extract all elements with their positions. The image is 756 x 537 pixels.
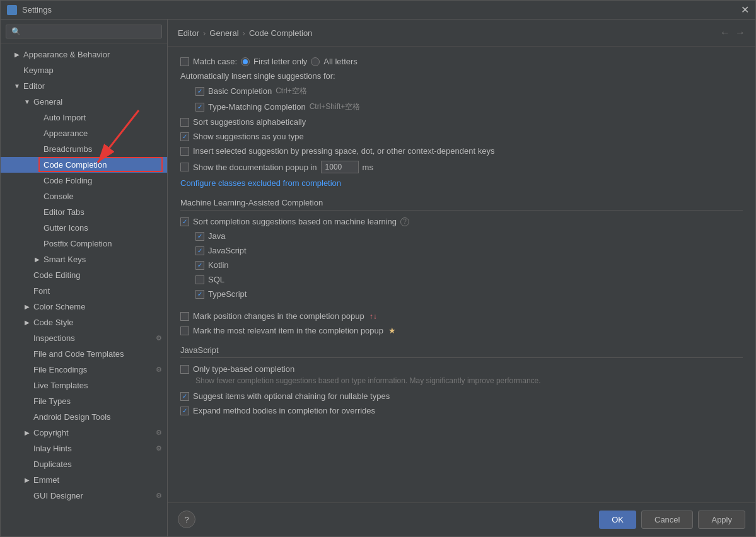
sidebar-item-postfix-completion[interactable]: Postfix Completion [1,236,167,251]
footer: ? OK Cancel Apply [168,502,755,536]
sidebar-label: Color Scheme [33,302,85,311]
expand-icon: ▼ [23,98,31,106]
help-button[interactable]: ? [178,511,195,528]
sidebar-label: Editor Tabs [44,207,84,217]
mark-relevant-row: Mark the most relevant item in the compl… [180,326,743,335]
settings-panel: Match case: First letter only All letter… [168,47,755,502]
sidebar-item-breadcrumbs[interactable]: Breadcrumbs [1,141,167,157]
mark-position-label: Mark position changes in the completion … [193,311,364,321]
ok-button[interactable]: OK [599,511,636,529]
main-panel: Editor › General › Code Completion ← → M… [168,20,755,536]
sidebar-item-file-types[interactable]: File Types [1,393,167,409]
typescript-checkbox[interactable] [195,290,204,299]
expand-method-checkbox[interactable] [180,407,189,415]
suggest-optional-checkbox[interactable] [180,392,189,401]
sidebar-item-auto-import[interactable]: Auto Import [1,110,167,125]
show-suggestions-row: Show suggestions as you type [180,132,743,141]
sidebar-item-inlay-hints[interactable]: Inlay Hints ⚙ [1,441,167,456]
configure-link[interactable]: Configure classes excluded from completi… [180,178,341,188]
sort-alpha-checkbox[interactable] [180,118,189,127]
spacer [13,67,21,74]
all-letters-radio[interactable] [311,57,320,66]
sidebar-label: General [33,97,62,107]
sql-checkbox[interactable] [195,275,204,284]
sort-alpha-label: Sort suggestions alphabetically [193,117,306,127]
expand-method-label: Expand method bodies in completion for o… [193,406,375,415]
only-type-based-checkbox[interactable] [180,365,189,374]
gear-icon: ⚙ [156,444,162,453]
configure-link-row: Configure classes excluded from completi… [180,178,743,188]
sidebar-item-editor[interactable]: ▼ Editor [1,78,167,94]
sidebar-item-file-code-templates[interactable]: File and Code Templates [1,346,167,362]
nav-forward-button[interactable]: → [735,27,745,38]
sidebar-item-font[interactable]: Font [1,283,167,299]
sidebar-label: Font [33,286,50,296]
js-section: JavaScript Only type-based completion Sh… [180,345,743,415]
sidebar-item-keymap[interactable]: Keymap [1,62,167,78]
breadcrumb-code-completion: Code Completion [249,28,312,38]
sidebar-item-console[interactable]: Console [1,188,167,204]
expand-icon: ▶ [23,319,31,326]
sidebar-label: Live Templates [33,381,88,390]
close-button[interactable]: ✕ [741,4,749,16]
doc-popup-label-after: ms [363,163,373,172]
expand-icon: ▶ [13,51,21,59]
sidebar-label: Gutter Icons [44,223,88,233]
apply-button[interactable]: Apply [698,511,745,529]
sidebar-item-emmet[interactable]: ▶ Emmet [1,472,167,488]
sidebar-label: Android Design Tools [33,412,111,422]
sidebar-item-code-editing[interactable]: Code Editing [1,267,167,283]
basic-completion-checkbox[interactable] [195,87,204,96]
sidebar-label: File Types [33,396,71,406]
gear-icon: ⚙ [156,334,162,342]
first-letter-radio[interactable] [241,57,250,66]
sidebar-item-color-scheme[interactable]: ▶ Color Scheme [1,299,167,315]
sidebar-item-live-templates[interactable]: Live Templates [1,378,167,393]
match-case-checkbox[interactable] [180,57,189,66]
sidebar-item-appearance[interactable]: Appearance [1,125,167,141]
search-input[interactable] [6,25,162,38]
mark-relevant-checkbox[interactable] [180,326,189,335]
spacer [33,224,41,232]
expand-method-row: Expand method bodies in completion for o… [180,406,743,415]
doc-popup-checkbox[interactable] [180,163,189,171]
sidebar-item-duplicates[interactable]: Duplicates [1,456,167,472]
sidebar-item-inspections[interactable]: Inspections ⚙ [1,330,167,346]
sidebar-item-code-style[interactable]: ▶ Code Style [1,315,167,330]
sort-ml-checkbox[interactable] [180,217,189,226]
sidebar-item-smart-keys[interactable]: ▶ Smart Keys [1,251,167,267]
sidebar-item-android-design-tools[interactable]: Android Design Tools [1,409,167,425]
nav-back-button[interactable]: ← [720,27,730,38]
settings-tree: ▶ Appearance & Behavior Keymap ▼ Edito [1,44,167,536]
sidebar-item-appearance-behavior[interactable]: ▶ Appearance & Behavior [1,47,167,62]
show-suggestions-checkbox[interactable] [180,132,189,141]
sidebar-item-file-encodings[interactable]: File Encodings ⚙ [1,362,167,378]
sidebar-label: File and Code Templates [33,349,124,359]
typescript-label: TypeScript [208,289,247,299]
help-icon[interactable]: ? [400,217,409,226]
sidebar-item-gutter-icons[interactable]: Gutter Icons [1,220,167,236]
javascript-label: JavaScript [208,246,247,255]
spacer [23,350,31,358]
doc-popup-input[interactable] [321,161,359,173]
settings-window: Settings ✕ ▶ Appearance & Behavior [0,0,756,537]
basic-completion-shortcut: Ctrl+空格 [276,86,307,96]
mark-relevant-label: Mark the most relevant item in the compl… [193,326,383,335]
kotlin-checkbox[interactable] [195,261,204,270]
spacer [33,130,41,137]
cancel-button[interactable]: Cancel [641,511,693,529]
sidebar-label: Keymap [23,66,54,75]
sidebar-label: Code Completion [44,160,107,170]
mark-position-checkbox[interactable] [180,312,189,321]
sidebar-item-code-completion[interactable]: Code Completion [1,157,167,173]
sidebar-item-gui-designer[interactable]: GUI Designer ⚙ [1,488,167,504]
sidebar-item-copyright[interactable]: ▶ Copyright ⚙ [1,425,167,441]
javascript-checkbox[interactable] [195,246,204,255]
sidebar-item-editor-tabs[interactable]: Editor Tabs [1,204,167,220]
java-checkbox[interactable] [195,232,204,241]
type-matching-checkbox[interactable] [195,103,204,112]
sidebar-item-code-folding[interactable]: Code Folding [1,173,167,188]
sidebar-item-general[interactable]: ▼ General [1,94,167,110]
sidebar-label: Code Folding [44,176,92,185]
insert-selected-checkbox[interactable] [180,147,189,156]
